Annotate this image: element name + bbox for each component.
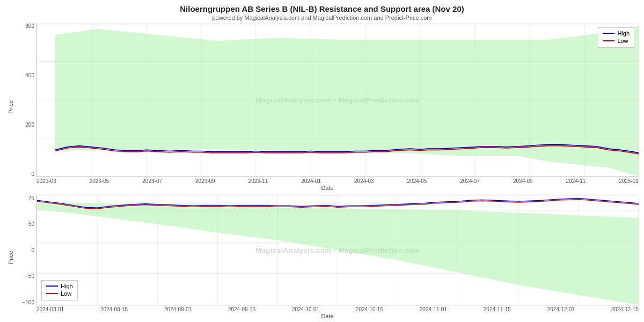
bottom-y-axis-label: Price <box>5 195 16 319</box>
top-y-axis-label: Price <box>5 23 16 191</box>
y-tick-bot-50: 50 <box>28 221 34 227</box>
chart-title: Niloerngruppen AB Series B (NIL-B) Resis… <box>5 4 639 13</box>
bot-legend-low-line <box>46 293 58 294</box>
top-green-band <box>55 26 639 176</box>
bot-legend-low: Low <box>46 290 73 297</box>
top-chart-svg <box>37 23 639 177</box>
top-x-2024-03: 2024-03 <box>354 178 374 184</box>
bot-legend-high-line <box>46 286 58 287</box>
bottom-chart-svg <box>37 195 639 305</box>
top-x-2024-01: 2024-01 <box>301 178 321 184</box>
bot-legend-high-label: High <box>61 283 73 289</box>
legend-low-line <box>603 40 614 41</box>
y-tick-top-200: 200 <box>25 122 34 128</box>
bot-x-2024-12-15: 2024-12-15 <box>611 306 639 312</box>
y-tick-bot-75: 75 <box>28 195 34 201</box>
top-x-2025-01: 2025-01 <box>619 178 639 184</box>
top-x-2023-09: 2023-09 <box>195 178 215 184</box>
legend-high-label: High <box>617 30 630 36</box>
top-x-axis-title: Date <box>16 185 639 191</box>
bottom-chart-legend: High Low <box>41 280 78 301</box>
bot-x-2024-11-01: 2024-11-01 <box>420 306 447 312</box>
chart-subtitle: powered by MagicalAnalysis.com and Magic… <box>5 14 639 21</box>
legend-high: High <box>603 30 630 36</box>
bot-x-2024-10-15: 2024-10-15 <box>356 306 383 312</box>
y-tick-top-0: 0 <box>31 171 34 177</box>
bot-legend-low-label: Low <box>61 290 71 297</box>
bot-x-2024-11-15: 2024-11-15 <box>484 306 511 312</box>
bottom-x-axis-title: Date <box>16 313 639 319</box>
charts-wrapper: Price 600 400 200 0 <box>5 23 639 319</box>
legend-high-line <box>603 33 614 34</box>
top-x-2024-07: 2024-07 <box>460 178 480 184</box>
y-tick-top-600: 600 <box>25 23 34 29</box>
top-x-2023-11: 2023-11 <box>248 178 268 184</box>
bot-legend-high: High <box>46 283 73 289</box>
bot-x-2024-10-01: 2024-10-01 <box>292 306 319 312</box>
y-tick-bot-neg50: −50 <box>25 273 34 279</box>
bot-x-2024-12-01: 2024-12-01 <box>547 306 575 312</box>
y-tick-top-400: 400 <box>25 72 34 78</box>
bottom-chart-area: Price 75 50 0 −50 −100 <box>5 195 639 319</box>
top-x-2023-03: 2023-03 <box>36 178 56 184</box>
y-tick-bot-neg100: −100 <box>22 299 34 305</box>
legend-low-label: Low <box>617 38 628 44</box>
bot-x-2024-08-15: 2024-08-15 <box>100 306 128 312</box>
top-x-2024-05: 2024-05 <box>407 178 427 184</box>
bot-x-2024-09-15: 2024-09-15 <box>228 306 255 312</box>
top-x-2023-07: 2023-07 <box>142 178 162 184</box>
top-chart-area: Price 600 400 200 0 <box>5 23 639 191</box>
top-x-2023-05: 2023-05 <box>90 178 109 184</box>
bot-x-2024-09-01: 2024-09-01 <box>164 306 192 312</box>
legend-low: Low <box>603 38 630 44</box>
bot-x-2024-08-01: 2024-08-01 <box>36 306 64 312</box>
top-x-2024-11: 2024-11 <box>566 178 586 184</box>
bottom-chart-inner: High Low MagicalAnalysis.com - MagicalPr… <box>36 195 639 305</box>
top-chart-legend: High Low <box>598 27 634 48</box>
y-tick-bot-0: 0 <box>31 247 34 253</box>
top-chart-inner: High Low MagicalAnalysis.com - MagicalPr… <box>36 23 639 177</box>
top-x-2024-09: 2024-09 <box>513 178 533 184</box>
